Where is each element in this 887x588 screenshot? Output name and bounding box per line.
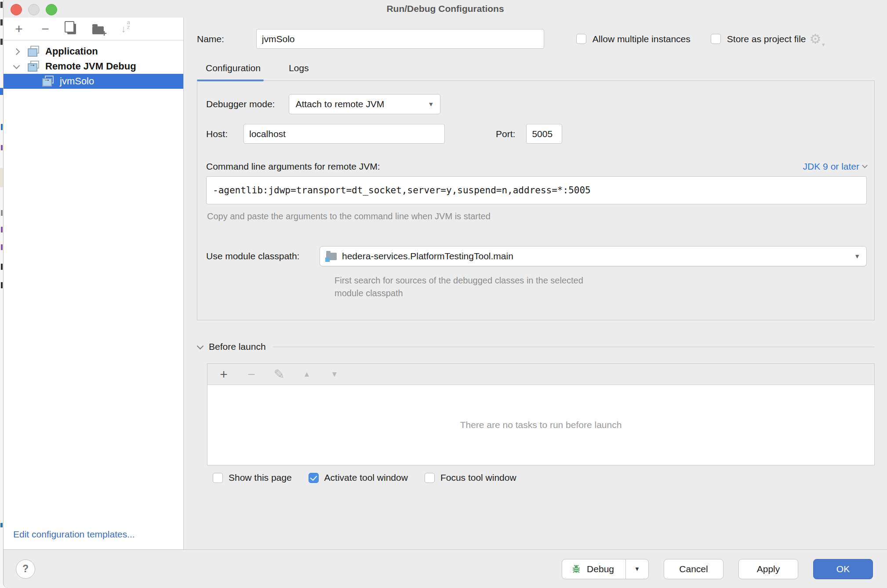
module-classpath-hint: First search for sources of the debugged…: [334, 274, 867, 300]
activate-tool-window-checkbox[interactable]: Activate tool window: [309, 472, 408, 483]
jdk-version-value: JDK 9 or later: [803, 161, 859, 172]
tab-configuration[interactable]: Configuration: [206, 63, 261, 80]
command-line-arguments-input[interactable]: [206, 176, 867, 204]
edit-task-icon[interactable]: ✎: [273, 368, 286, 381]
checkbox-icon[interactable]: [576, 34, 586, 44]
sidebar-toolbar: + − ↓az: [4, 18, 183, 40]
window-controls: [11, 4, 57, 15]
remote-debug-icon: [42, 76, 55, 87]
configuration-editor: Name: Allow multiple instances Store as …: [184, 18, 887, 549]
section-divider: [273, 347, 875, 347]
name-input[interactable]: [256, 29, 544, 49]
host-label: Host:: [206, 129, 228, 139]
text-fragment: [1, 282, 3, 288]
sort-configurations-icon[interactable]: ↓az: [118, 22, 129, 36]
text-fragment: [1, 244, 3, 250]
allow-multiple-instances-checkbox[interactable]: Allow multiple instances: [576, 34, 691, 44]
tree-item-label: Application: [45, 46, 98, 57]
debug-button[interactable]: Debug: [562, 559, 625, 579]
host-input[interactable]: [244, 124, 445, 144]
debug-dropdown-arrow[interactable]: ▼: [625, 559, 648, 579]
text-fragment: [1, 124, 3, 130]
debugger-mode-select[interactable]: Attach to remote JVM ▼: [289, 94, 440, 114]
minimize-window-button[interactable]: [28, 4, 40, 15]
move-up-icon[interactable]: ▲: [300, 368, 313, 381]
debug-button-label: Debug: [587, 564, 614, 574]
checkbox-label: Activate tool window: [324, 472, 408, 483]
configurations-sidebar: + − ↓az Application Remote JVM Debug: [4, 18, 184, 549]
checkbox-icon[interactable]: [425, 473, 435, 483]
add-configuration-icon[interactable]: +: [12, 22, 25, 36]
before-launch-tasks-box: + − ✎ ▲ ▼ There are no tasks to run befo…: [207, 363, 875, 465]
focus-tool-window-checkbox[interactable]: Focus tool window: [425, 472, 516, 483]
checkbox-label: Focus tool window: [440, 472, 516, 483]
checkbox-icon[interactable]: [711, 34, 721, 44]
tab-logs[interactable]: Logs: [289, 63, 309, 80]
background-window-sliver: [0, 0, 3, 588]
remote-debug-icon: [28, 61, 40, 72]
checkbox-checked-icon[interactable]: [309, 473, 319, 483]
close-window-button[interactable]: [11, 4, 22, 15]
remove-configuration-icon[interactable]: −: [39, 22, 52, 36]
before-launch-header[interactable]: Before launch: [197, 341, 875, 352]
empty-tasks-message: There are no tasks to run before launch: [460, 420, 622, 430]
before-launch-toolbar: + − ✎ ▲ ▼: [207, 364, 874, 385]
jdk-version-selector[interactable]: JDK 9 or later: [803, 161, 867, 172]
copy-configuration-icon[interactable]: [65, 22, 78, 36]
text-fragment: [0, 2, 3, 8]
text-fragment: [0, 523, 3, 527]
remove-task-icon[interactable]: −: [245, 368, 258, 381]
dialog-title: Run/Debug Configurations: [4, 0, 887, 18]
tree-item-remote-jvm-debug[interactable]: Remote JVM Debug: [4, 59, 183, 74]
selection-fragment: [0, 88, 3, 95]
hint-line: First search for sources of the debugged…: [334, 274, 867, 287]
text-fragment: [1, 264, 3, 270]
text-fragment: [0, 19, 3, 25]
bug-icon: [571, 564, 582, 574]
store-as-project-file-checkbox[interactable]: Store as project file: [711, 34, 806, 44]
zoom-window-button[interactable]: [46, 4, 57, 15]
tree-item-application[interactable]: Application: [4, 44, 183, 59]
module-classpath-value: hedera-services.PlatformTestingTool.main: [342, 251, 513, 261]
chevron-right-icon[interactable]: [13, 48, 20, 55]
port-label: Port:: [496, 129, 515, 139]
port-input[interactable]: [526, 124, 562, 144]
configuration-tabs: Configuration Logs: [197, 63, 875, 80]
debugger-mode-label: Debugger mode:: [206, 99, 275, 109]
name-label: Name:: [197, 34, 224, 44]
text-fragment: [1, 145, 3, 150]
chevron-down-icon: [862, 163, 868, 168]
tree-item-jvmsolo[interactable]: jvmSolo: [4, 74, 183, 89]
module-folder-icon: [326, 253, 337, 260]
text-fragment: [1, 227, 3, 232]
before-launch-title: Before launch: [209, 341, 266, 352]
new-folder-icon[interactable]: [91, 22, 105, 36]
dropdown-caret-icon: ▼: [418, 101, 434, 108]
configurations-tree: Application Remote JVM Debug jvmSolo: [4, 40, 183, 89]
gear-icon[interactable]: ⚙: [810, 33, 822, 46]
checkbox-icon[interactable]: [213, 473, 223, 483]
debug-split-button: Debug ▼: [562, 559, 649, 579]
help-button[interactable]: ?: [16, 559, 35, 579]
dialog-footer: ? Debug ▼ Cancel Apply: [4, 549, 887, 588]
highlight-fragment: [0, 168, 3, 187]
configuration-panel: Debugger mode: Attach to remote JVM ▼ Ho…: [197, 80, 875, 320]
chevron-down-icon[interactable]: [13, 62, 20, 69]
apply-button[interactable]: Apply: [738, 559, 798, 579]
checkbox-label: Allow multiple instances: [593, 34, 691, 44]
move-down-icon[interactable]: ▼: [328, 368, 341, 381]
chevron-down-icon[interactable]: [197, 342, 204, 349]
edit-configuration-templates-link[interactable]: Edit configuration templates...: [4, 529, 183, 549]
add-task-icon[interactable]: +: [217, 368, 230, 381]
debugger-mode-value: Attach to remote JVM: [295, 99, 384, 109]
ok-button[interactable]: OK: [813, 559, 873, 579]
title-bar[interactable]: Run/Debug Configurations: [4, 0, 887, 18]
cancel-button[interactable]: Cancel: [664, 559, 723, 579]
before-launch-empty-area: There are no tasks to run before launch: [207, 385, 874, 465]
show-this-page-checkbox[interactable]: Show this page: [213, 472, 292, 483]
run-debug-configurations-dialog: Run/Debug Configurations + − ↓az Applica…: [3, 0, 887, 588]
module-classpath-select[interactable]: hedera-services.PlatformTestingTool.main…: [320, 246, 867, 266]
use-module-classpath-label: Use module classpath:: [206, 251, 320, 261]
tree-item-label: jvmSolo: [60, 76, 94, 87]
dropdown-caret-icon: ▼: [843, 253, 860, 260]
